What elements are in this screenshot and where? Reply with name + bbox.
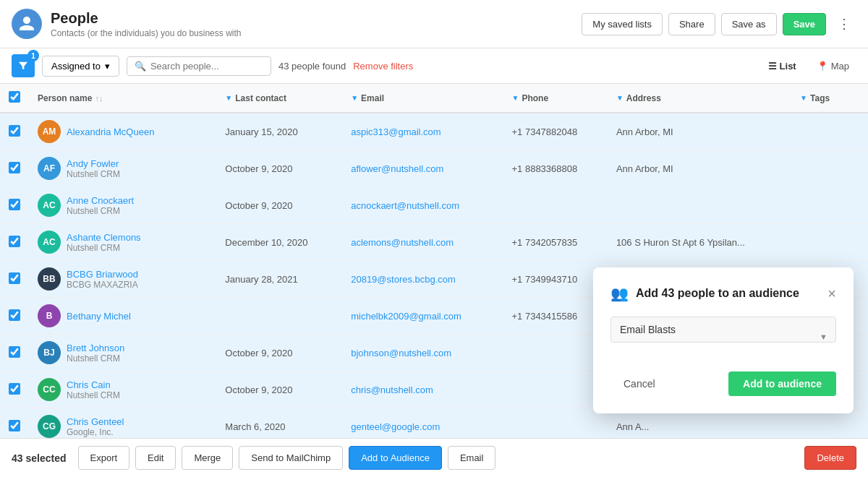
person-name[interactable]: Alexandria McQueen xyxy=(67,126,154,137)
email-link[interactable]: chris@nutshell.com xyxy=(351,384,433,395)
email-link[interactable]: genteel@google.com xyxy=(351,421,440,432)
export-button[interactable]: Export xyxy=(78,446,130,470)
row-checkbox[interactable] xyxy=(9,125,20,137)
row-checkbox[interactable] xyxy=(9,162,20,173)
phone xyxy=(503,187,608,224)
save-as-button[interactable]: Save as xyxy=(721,13,777,35)
last-contact: October 9, 2020 xyxy=(216,371,342,408)
person-name[interactable]: BCBG Briarwood xyxy=(67,269,138,280)
assigned-to-button[interactable]: Assigned to ▾ xyxy=(42,56,119,77)
company-name: Nutshell CRM xyxy=(67,206,134,216)
search-input[interactable] xyxy=(150,61,263,72)
person-name[interactable]: Anne Cnockaert xyxy=(67,195,134,206)
page-title-block: People Contacts (or the individuals) you… xyxy=(51,10,241,38)
person-name[interactable]: Chris Cain xyxy=(67,379,120,390)
row-checkbox[interactable] xyxy=(9,383,20,395)
search-box[interactable]: 🔍 xyxy=(127,56,271,76)
phone xyxy=(503,335,608,371)
page-header: People Contacts (or the individuals) you… xyxy=(0,0,868,48)
email-link[interactable]: aspic313@gmail.com xyxy=(351,126,441,137)
email-link[interactable]: aflower@nutshell.com xyxy=(351,163,443,174)
header-actions: My saved lists Share Save as Save ⋮ xyxy=(582,13,856,35)
col-phone: ▼ Phone xyxy=(503,84,608,113)
email-link[interactable]: 20819@stores.bcbg.com xyxy=(351,274,456,285)
filter-icon-ad: ▼ xyxy=(616,94,624,102)
modal-add-audience-button[interactable]: Add to audience xyxy=(728,371,836,396)
address: 106 S Huron St Apt 6 Ypsilan... xyxy=(608,224,791,261)
row-checkbox[interactable] xyxy=(9,199,20,210)
map-icon: 📍 xyxy=(817,61,828,72)
person-name[interactable]: Ashante Clemons xyxy=(67,232,141,243)
row-checkbox[interactable] xyxy=(9,346,20,358)
person-name[interactable]: Brett Johnson xyxy=(67,343,124,353)
row-checkbox[interactable] xyxy=(9,420,20,431)
col-tags: ▼ Tags xyxy=(791,84,851,113)
modal-footer: Cancel Add to audience xyxy=(610,371,836,396)
email-link[interactable]: aclemons@nutshell.com xyxy=(351,237,454,248)
col-last-contact: ▼ Last contact xyxy=(216,84,342,113)
phone: +1 8883368808 xyxy=(503,150,608,187)
row-checkbox[interactable] xyxy=(9,272,20,284)
company-name: BCBG MAXAZRIA xyxy=(67,280,138,290)
email-button[interactable]: Email xyxy=(448,446,496,470)
avatar: AF xyxy=(38,157,61,180)
company-name: Nutshell CRM xyxy=(67,390,120,400)
share-button[interactable]: Share xyxy=(668,13,715,35)
person-name-cell: AFAndy FowlerNutshell CRM xyxy=(29,150,216,187)
person-name-cell: CCChris CainNutshell CRM xyxy=(29,371,216,408)
last-contact: January 15, 2020 xyxy=(216,113,342,150)
last-contact: October 9, 2020 xyxy=(216,150,342,187)
last-contact: December 10, 2020 xyxy=(216,224,342,261)
email-link[interactable]: michelbk2009@gmail.com xyxy=(351,311,461,322)
col-person-name: Person name ↑↓ xyxy=(29,84,216,113)
audience-select-wrapper: Email Blasts xyxy=(610,317,836,357)
avatar: AC xyxy=(38,231,61,254)
person-name-cell: BJBrett JohnsonNutshell CRM xyxy=(29,335,216,371)
avatar: BB xyxy=(38,267,61,291)
sort-icon: ↑↓ xyxy=(95,94,103,103)
remove-filters-link[interactable]: Remove filters xyxy=(353,61,413,72)
tags xyxy=(791,187,851,224)
table-row: ACAshante ClemonsNutshell CRMDecember 10… xyxy=(0,224,868,261)
save-button[interactable]: Save xyxy=(783,13,826,35)
edit-button[interactable]: Edit xyxy=(135,446,176,470)
table-row: AFAndy FowlerNutshell CRMOctober 9, 2020… xyxy=(0,150,868,187)
table-row: AMAlexandria McQueenJanuary 15, 2020aspi… xyxy=(0,113,868,150)
phone: +1 7342057835 xyxy=(503,224,608,261)
modal-cancel-button[interactable]: Cancel xyxy=(610,371,668,396)
map-view-button[interactable]: 📍 Map xyxy=(809,57,856,75)
audience-select[interactable]: Email Blasts xyxy=(610,317,836,343)
my-saved-lists-button[interactable]: My saved lists xyxy=(582,13,663,35)
person-name[interactable]: Chris Genteel xyxy=(67,416,124,427)
filter-icon-lc: ▼ xyxy=(225,94,232,102)
audience-icon: 👥 xyxy=(610,285,629,302)
person-name[interactable]: Andy Fowler xyxy=(67,158,120,169)
avatar: BJ xyxy=(38,341,61,364)
merge-button[interactable]: Merge xyxy=(182,446,233,470)
modal-title: 👥 Add 43 people to an audience xyxy=(610,285,799,302)
email-link[interactable]: bjohnson@nutshell.com xyxy=(351,348,451,358)
person-name-cell: BBBCBG BriarwoodBCBG MAXAZRIA xyxy=(29,261,216,298)
phone: +1 7343415586 xyxy=(503,298,608,335)
send-to-mailchimp-button[interactable]: Send to MailChimp xyxy=(239,446,343,470)
more-options-button[interactable]: ⋮ xyxy=(832,13,856,35)
add-to-audience-bottom-button[interactable]: Add to Audience xyxy=(349,446,442,470)
person-name-cell: ACAnne CnockaertNutshell CRM xyxy=(29,187,216,224)
list-view-button[interactable]: ☰ List xyxy=(761,57,804,75)
tags xyxy=(791,224,851,261)
page-title: People xyxy=(51,10,241,27)
page-subtitle: Contacts (or the individuals) you do bus… xyxy=(51,28,241,38)
found-count: 43 people found xyxy=(278,61,346,72)
add-to-audience-modal: 👥 Add 43 people to an audience × Email B… xyxy=(593,267,854,413)
row-checkbox[interactable] xyxy=(9,309,20,321)
row-checkbox[interactable] xyxy=(9,236,20,247)
avatar: B xyxy=(38,304,61,327)
modal-close-button[interactable]: × xyxy=(827,286,836,301)
person-name-cell: BBethany Michel xyxy=(29,298,216,335)
col-extra xyxy=(851,84,868,113)
delete-button[interactable]: Delete xyxy=(804,446,856,470)
person-name[interactable]: Bethany Michel xyxy=(67,311,131,322)
email-link[interactable]: acnockaert@nutshell.com xyxy=(351,200,459,211)
select-all-checkbox[interactable] xyxy=(9,91,20,103)
tags xyxy=(791,113,851,150)
